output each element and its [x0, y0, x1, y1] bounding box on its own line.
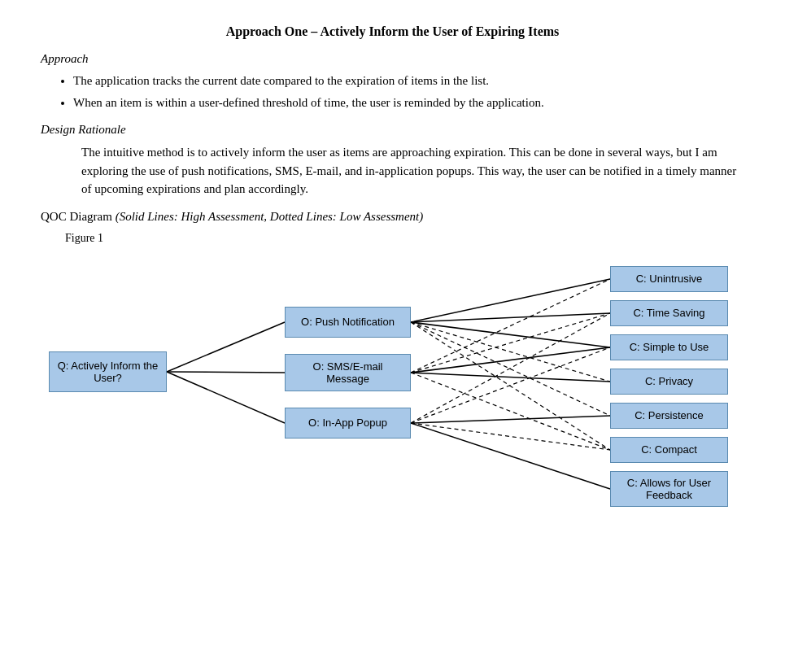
svg-line-12 [411, 322, 610, 450]
design-rationale-text: The intuitive method is to actively info… [81, 143, 744, 199]
figure-label: Figure 1 [65, 232, 744, 245]
qoc-label: QOC Diagram (Solid Lines: High Assessmen… [41, 210, 744, 224]
svg-line-8 [411, 416, 610, 423]
svg-line-18 [411, 423, 610, 450]
list-item: When an item is within a user-defined th… [73, 94, 744, 111]
svg-line-16 [411, 313, 610, 423]
svg-line-10 [411, 322, 610, 382]
c1-box: C: Unintrusive [610, 266, 728, 292]
svg-line-0 [167, 322, 285, 372]
svg-line-7 [411, 373, 610, 382]
approach-label: Approach [41, 52, 744, 66]
svg-line-1 [167, 372, 285, 373]
c3-box: C: Simple to Use [610, 334, 728, 360]
qoc-label-italic: (Solid Lines: High Assessment, Dotted Li… [116, 210, 424, 223]
svg-line-3 [411, 279, 610, 322]
design-rationale-label: Design Rationale [41, 123, 744, 137]
o2-box: O: SMS/E-mail Message [285, 354, 411, 391]
c2-box: C: Time Saving [610, 300, 728, 326]
list-item: The application tracks the current date … [73, 72, 744, 89]
svg-line-14 [411, 313, 610, 373]
qoc-label-plain: QOC Diagram [41, 210, 116, 223]
svg-line-4 [411, 313, 610, 322]
approach-list: The application tracks the current date … [73, 72, 744, 111]
o3-box: O: In-App Popup [285, 408, 411, 439]
q-box: Q: Actively Inform the User? [49, 351, 167, 392]
svg-line-9 [411, 423, 610, 489]
c5-box: C: Persistence [610, 403, 728, 429]
c6-box: C: Compact [610, 437, 728, 463]
o1-box: O: Push Notification [285, 307, 411, 338]
page-title: Approach One – Actively Inform the User … [41, 24, 744, 39]
c7-box: C: Allows for User Feedback [610, 471, 728, 507]
c4-box: C: Privacy [610, 369, 728, 395]
svg-line-2 [167, 372, 285, 423]
diagram-container: Q: Actively Inform the User? O: Push Not… [41, 258, 744, 518]
